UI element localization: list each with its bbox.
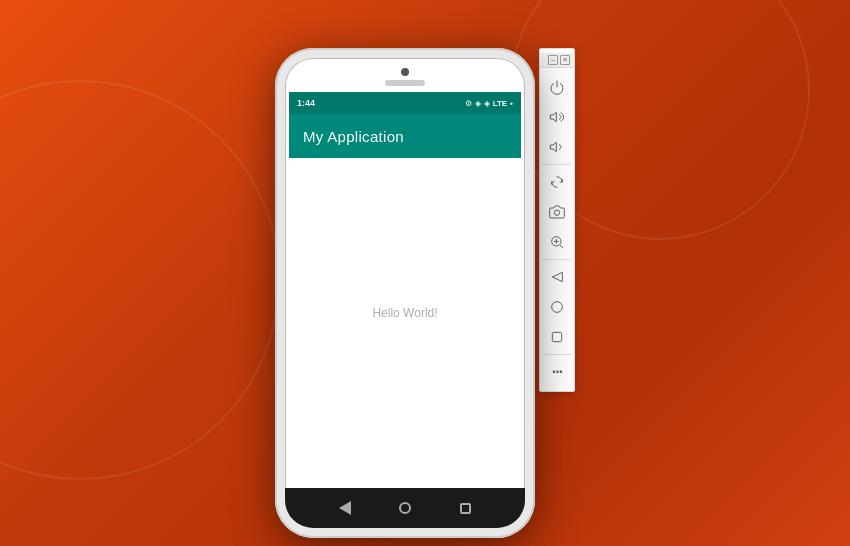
volume-up-icon <box>549 109 565 125</box>
volume-down-button[interactable] <box>543 133 571 161</box>
zoom-icon <box>549 234 565 250</box>
back-nav-button[interactable] <box>543 263 571 291</box>
more-options-icon: ··· <box>552 363 562 381</box>
recents-nav-icon <box>549 329 565 345</box>
home-button[interactable] <box>396 499 414 517</box>
content-area: Hello World! <box>289 158 521 468</box>
power-icon-button[interactable] <box>543 73 571 101</box>
home-nav-button[interactable] <box>543 293 571 321</box>
rotate-button[interactable] <box>543 168 571 196</box>
app-bar: My Application <box>289 114 521 158</box>
bottom-nav-bar <box>285 488 525 528</box>
back-nav-icon <box>549 269 565 285</box>
svg-marker-0 <box>550 112 556 121</box>
earpiece-speaker <box>385 80 425 86</box>
zoom-button[interactable] <box>543 228 571 256</box>
divider-3 <box>543 354 570 355</box>
recents-nav-button[interactable] <box>543 323 571 351</box>
back-button[interactable] <box>336 499 354 517</box>
wifi-icon: ◈ <box>475 99 481 108</box>
signal-icon: ◈ <box>484 99 490 108</box>
bg-decoration-1 <box>0 80 280 480</box>
app-bar-title: My Application <box>303 128 404 145</box>
screenshot-button[interactable] <box>543 198 571 226</box>
volume-down-icon <box>549 139 565 155</box>
home-icon <box>399 502 411 514</box>
minimize-button[interactable]: – <box>548 55 558 65</box>
panel-header: – × <box>540 53 574 68</box>
emulator-control-panel: – × <box>539 48 575 392</box>
settings-icon: ⚙ <box>465 99 472 108</box>
status-time: 1:44 <box>297 98 315 108</box>
front-camera <box>401 68 409 76</box>
divider-2 <box>543 259 570 260</box>
close-button[interactable]: × <box>560 55 570 65</box>
svg-point-2 <box>554 210 559 215</box>
status-icons: ⚙ ◈ ◈ LTE ▪ <box>465 99 513 108</box>
hello-world-text: Hello World! <box>372 306 437 320</box>
power-icon <box>549 79 565 95</box>
divider-1 <box>543 164 570 165</box>
svg-line-4 <box>560 245 563 248</box>
rotate-icon <box>549 174 565 190</box>
svg-marker-1 <box>550 142 556 151</box>
phone-inner: 1:44 ⚙ ◈ ◈ LTE ▪ My Application Hello Wo… <box>285 58 525 528</box>
volume-up-button[interactable] <box>543 103 571 131</box>
lte-label: LTE <box>493 99 508 108</box>
back-icon <box>339 501 351 515</box>
svg-rect-9 <box>552 332 561 341</box>
phone-device: 1:44 ⚙ ◈ ◈ LTE ▪ My Application Hello Wo… <box>275 48 535 538</box>
recents-button[interactable] <box>456 499 474 517</box>
svg-marker-7 <box>552 272 562 281</box>
status-bar: 1:44 ⚙ ◈ ◈ LTE ▪ <box>289 92 521 114</box>
recents-icon <box>460 503 471 514</box>
camera-icon <box>549 204 565 220</box>
scene: 1:44 ⚙ ◈ ◈ LTE ▪ My Application Hello Wo… <box>275 48 575 538</box>
phone-screen[interactable]: 1:44 ⚙ ◈ ◈ LTE ▪ My Application Hello Wo… <box>289 92 521 468</box>
home-nav-icon <box>549 299 565 315</box>
svg-point-8 <box>552 302 563 313</box>
battery-icon: ▪ <box>510 99 513 108</box>
more-options-button[interactable]: ··· <box>543 358 571 386</box>
